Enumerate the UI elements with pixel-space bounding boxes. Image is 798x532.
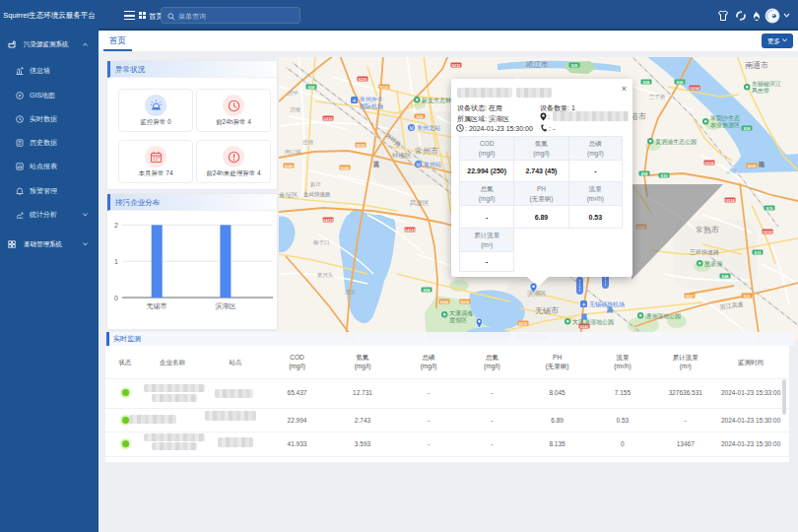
svg-text:大溪港湿地公园: 大溪港湿地公园: [572, 318, 614, 326]
svg-text:武进区: 武进区: [409, 199, 430, 207]
svg-text:榛子口: 榛子口: [313, 239, 330, 246]
svg-text:M: M: [416, 162, 420, 167]
svg-text:✈: ✈: [352, 98, 356, 103]
svg-text:常州站: 常州站: [424, 162, 441, 168]
svg-text:常阴沙生态: 常阴沙生态: [710, 114, 740, 122]
svg-text:靖江市: 靖江市: [526, 60, 549, 69]
svg-text:黄河头: 黄河头: [317, 272, 334, 279]
svg-text:S48: S48: [722, 275, 729, 279]
svg-text:G204: G204: [690, 87, 699, 91]
svg-text:S19: S19: [766, 207, 773, 211]
svg-text:M: M: [409, 125, 413, 131]
svg-text:常熟市: 常熟市: [696, 226, 719, 234]
svg-text:S227: S227: [686, 295, 695, 299]
svg-text:S340: S340: [341, 166, 350, 170]
svg-text:洪甲: 洪甲: [288, 90, 299, 97]
svg-text:滨湖区: 滨湖区: [216, 301, 236, 310]
svg-text:漕湖湿地公园: 漕湖湿地公园: [645, 312, 681, 320]
svg-text:0: 0: [114, 295, 118, 301]
svg-text:1: 1: [114, 258, 118, 265]
svg-text:G4221: G4221: [322, 219, 333, 223]
svg-text:港市: 港市: [631, 112, 646, 121]
svg-text:常州北站: 常州北站: [417, 124, 440, 132]
svg-text:风光带: 风光带: [752, 88, 769, 95]
svg-text:S58: S58: [677, 81, 684, 85]
svg-text:湟里: 湟里: [345, 289, 357, 296]
svg-text:S122: S122: [380, 86, 389, 90]
svg-text:S19: S19: [661, 174, 668, 178]
svg-text:新庄: 新庄: [310, 181, 322, 187]
svg-text:度假区: 度假区: [449, 316, 467, 324]
svg-text:S340: S340: [285, 165, 294, 168]
svg-text:黄泗浦生态公园: 黄泗浦生态公园: [655, 138, 697, 146]
svg-text:S232: S232: [452, 64, 461, 68]
svg-text:S19: S19: [744, 295, 751, 299]
svg-text:S342: S342: [440, 300, 449, 304]
svg-text:G4221: G4221: [404, 229, 415, 233]
svg-text:S239: S239: [357, 144, 366, 148]
svg-text:S58: S58: [744, 127, 751, 131]
svg-text:S19: S19: [755, 251, 762, 255]
svg-text:钟楼区: 钟楼区: [391, 152, 412, 159]
svg-text:连墙: 连墙: [302, 139, 314, 146]
svg-text:东丽秘滨江: 东丽秘滨江: [752, 80, 781, 88]
svg-text:S230: S230: [519, 322, 528, 326]
svg-text:大溪清逸: 大溪清逸: [449, 309, 473, 316]
svg-text:常州市: 常州市: [415, 147, 438, 156]
svg-text:国际机场: 国际机场: [360, 102, 383, 110]
svg-text:无锡市: 无锡市: [147, 301, 167, 310]
svg-text:无锡市: 无锡市: [535, 306, 559, 315]
svg-text:S58: S58: [643, 81, 650, 85]
svg-text:农业旅游区: 农业旅游区: [710, 121, 740, 129]
svg-text:三干桥: 三干桥: [649, 94, 666, 100]
svg-text:G524: G524: [704, 162, 714, 166]
svg-text:S39: S39: [417, 115, 424, 119]
svg-text:无锡硕放机场: 无锡硕放机场: [589, 300, 625, 308]
svg-text:三环快速路: 三环快速路: [690, 249, 719, 256]
svg-text:G524: G524: [725, 199, 735, 203]
svg-text:2: 2: [114, 222, 118, 229]
svg-text:S58: S58: [641, 172, 648, 176]
svg-text:S29: S29: [571, 64, 578, 68]
svg-text:昆承湖: 昆承湖: [704, 261, 722, 268]
svg-text:S230: S230: [461, 300, 470, 304]
svg-text:南通市: 南通市: [745, 60, 768, 70]
svg-text:✈: ✈: [581, 301, 585, 307]
svg-text:S226: S226: [748, 165, 757, 168]
svg-text:S229: S229: [359, 78, 367, 82]
svg-text:S342: S342: [580, 325, 589, 329]
svg-text:S58: S58: [424, 289, 431, 293]
svg-text:常州奔牛: 常州奔牛: [360, 97, 383, 102]
svg-text:新龙生态林: 新龙生态林: [422, 97, 452, 103]
svg-text:G518: G518: [763, 231, 771, 234]
svg-text:洪陵: 洪陵: [290, 106, 301, 113]
svg-text:S58: S58: [308, 86, 315, 90]
svg-text:金武快速路: 金武快速路: [303, 191, 331, 197]
svg-text:金坛区: 金坛区: [279, 191, 299, 198]
svg-text:G233: G233: [323, 117, 332, 121]
svg-text:闸口镇: 闸口镇: [285, 149, 301, 156]
